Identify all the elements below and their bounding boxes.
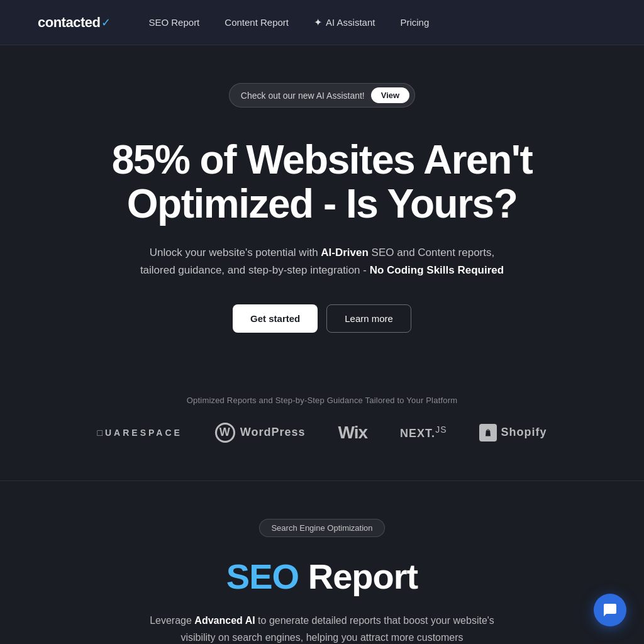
- section-divider: [0, 480, 644, 481]
- seo-section: Search Engine Optimization SEO Report Le…: [0, 519, 644, 644]
- brand-name: contacted: [38, 14, 100, 31]
- seo-title-plain: Report: [299, 557, 418, 596]
- view-button[interactable]: View: [371, 87, 409, 103]
- seo-desc-bold: Advanced AI: [194, 615, 255, 626]
- nav-ai-assistant[interactable]: ✦ AI Assistant: [314, 16, 375, 28]
- platforms-logos: □UARESPACE W WordPress Wix NEXT.JS Shopi…: [13, 423, 631, 443]
- wordpress-logo: W WordPress: [215, 423, 306, 443]
- seo-description: Leverage Advanced AI to generate detaile…: [146, 612, 498, 644]
- platforms-label: Optimized Reports and Step-by-Step Guida…: [187, 396, 458, 405]
- shopify-logo: Shopify: [479, 424, 547, 441]
- wix-logo: Wix: [338, 423, 368, 443]
- seo-accent: SEO: [226, 557, 299, 596]
- hero-subtitle: Unlock your website's potential with AI-…: [133, 244, 511, 279]
- nav-links: SEO Report Content Report ✦ AI Assistant…: [148, 16, 606, 28]
- squarespace-logo: □UARESPACE: [97, 428, 182, 438]
- nav-content-report[interactable]: Content Report: [225, 17, 289, 28]
- seo-title: SEO Report: [226, 556, 418, 597]
- cta-buttons: Get started Learn more: [233, 304, 411, 333]
- chat-icon: [602, 602, 618, 618]
- announcement-pill[interactable]: Check out our new AI Assistant! View: [229, 83, 415, 108]
- logo-checkmark: ✓: [101, 16, 111, 30]
- ai-icon: ✦: [314, 16, 322, 28]
- navbar: contacted ✓ SEO Report Content Report ✦ …: [0, 0, 644, 45]
- announcement-text: Check out our new AI Assistant!: [241, 91, 365, 101]
- seo-tag-pill: Search Engine Optimization: [259, 519, 384, 537]
- hero-subtitle-plain: Unlock your website's potential with: [150, 247, 321, 258]
- platforms-section: Optimized Reports and Step-by-Step Guida…: [0, 396, 644, 480]
- nav-seo-report[interactable]: SEO Report: [148, 17, 199, 28]
- nextjs-logo: NEXT.JS: [400, 425, 447, 440]
- hero-highlight-2: No Coding Skills Required: [370, 264, 504, 276]
- seo-desc-plain: Leverage: [150, 615, 194, 626]
- logo[interactable]: contacted ✓: [38, 14, 111, 31]
- get-started-button[interactable]: Get started: [233, 304, 318, 333]
- hero-highlight-1: AI-Driven: [321, 247, 369, 258]
- shopify-bag-icon: [479, 424, 497, 441]
- chat-bubble-button[interactable]: [594, 594, 626, 626]
- learn-more-button[interactable]: Learn more: [326, 304, 411, 333]
- wordpress-icon: W: [215, 423, 235, 443]
- nav-pricing[interactable]: Pricing: [400, 17, 429, 28]
- hero-title: 85% of Websites Aren't Optimized - Is Yo…: [96, 138, 548, 226]
- hero-section: Check out our new AI Assistant! View 85%…: [0, 45, 644, 396]
